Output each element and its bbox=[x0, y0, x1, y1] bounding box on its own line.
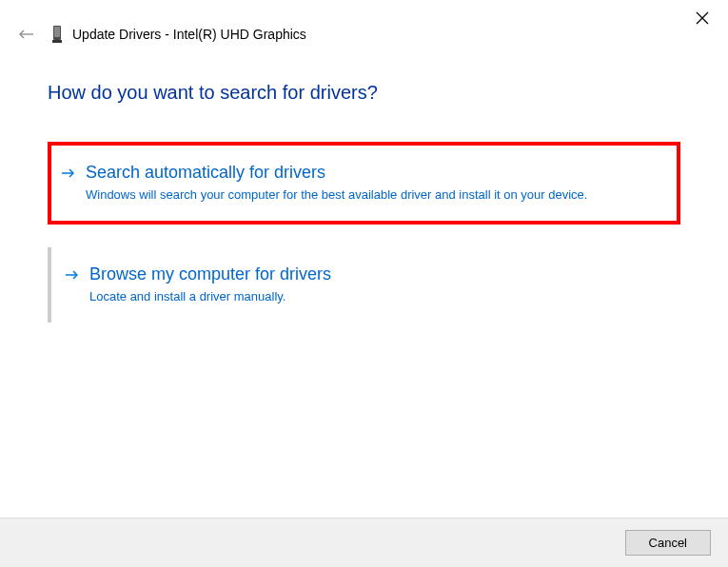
main-content: How do you want to search for drivers? S… bbox=[0, 44, 728, 323]
option-browse-desc: Locate and install a driver manually. bbox=[89, 288, 663, 305]
back-arrow-icon bbox=[19, 29, 34, 39]
window-header: Update Drivers - Intel(R) UHD Graphics bbox=[0, 0, 728, 44]
svg-rect-4 bbox=[54, 27, 60, 37]
back-button[interactable] bbox=[19, 26, 34, 43]
arrow-right-icon bbox=[65, 268, 78, 285]
page-heading: How do you want to search for drivers? bbox=[48, 82, 680, 104]
option-search-automatically[interactable]: Search automatically for drivers Windows… bbox=[48, 142, 680, 225]
cancel-button[interactable]: Cancel bbox=[625, 530, 711, 556]
option-browse-computer[interactable]: Browse my computer for drivers Locate an… bbox=[48, 247, 680, 323]
option-auto-content: Search automatically for drivers Windows… bbox=[86, 163, 659, 204]
option-auto-desc: Windows will search your computer for th… bbox=[86, 186, 659, 204]
arrow-right-icon bbox=[61, 166, 74, 184]
device-icon bbox=[51, 25, 63, 44]
svg-rect-5 bbox=[52, 40, 62, 43]
window-title: Update Drivers - Intel(R) UHD Graphics bbox=[72, 27, 306, 42]
close-icon bbox=[696, 11, 709, 25]
option-auto-title: Search automatically for drivers bbox=[86, 163, 659, 183]
dialog-footer: Cancel bbox=[0, 518, 728, 567]
option-browse-content: Browse my computer for drivers Locate an… bbox=[89, 264, 663, 305]
close-button[interactable] bbox=[696, 11, 709, 28]
option-browse-title: Browse my computer for drivers bbox=[89, 264, 663, 284]
